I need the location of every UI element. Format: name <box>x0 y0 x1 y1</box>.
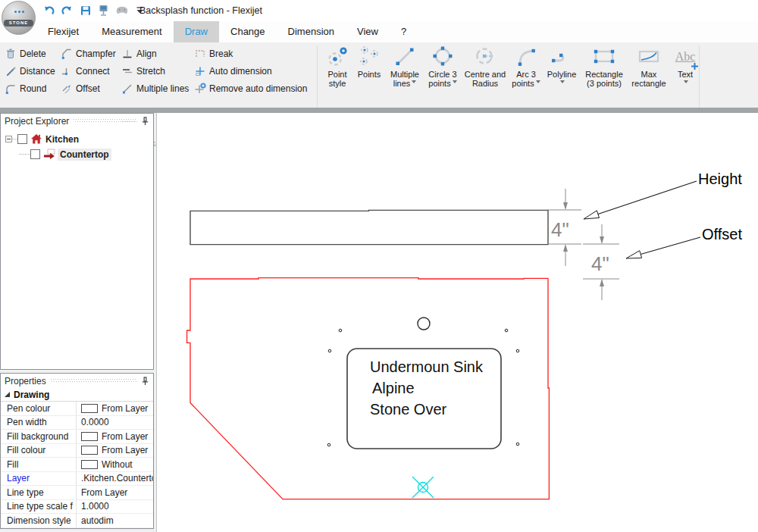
rectangle-3-points-icon <box>591 45 617 68</box>
faucet-hole[interactable] <box>418 318 430 330</box>
distance-button[interactable]: Distance <box>5 62 61 80</box>
tab-change[interactable]: Change <box>219 21 277 42</box>
button-label: Arc 3 <box>516 70 536 79</box>
button-label: Round <box>20 83 46 94</box>
height-leader[interactable] <box>584 181 697 219</box>
multiple-lines-button[interactable]: Multiplelines <box>385 44 424 88</box>
dropdown-arrow-icon <box>560 80 565 86</box>
section-expanded-icon <box>5 392 10 397</box>
collapse-expander-icon[interactable] <box>5 136 12 142</box>
max-rectangle-button[interactable]: Maxrectangle <box>628 44 670 88</box>
remove-auto-dimension-button[interactable]: Remove auto dimension <box>194 80 321 97</box>
controller-button[interactable] <box>114 3 129 17</box>
tab-draw[interactable]: Draw <box>174 21 219 42</box>
property-label: Dimension style <box>1 514 77 527</box>
button-label: Polyline <box>547 70 577 79</box>
property-value[interactable]: From Layer <box>102 445 148 455</box>
dropdown-arrow-icon <box>684 80 688 86</box>
delete-button[interactable]: Delete <box>5 45 61 62</box>
station-marker[interactable] <box>412 477 434 498</box>
ribbon-bottom-strip <box>0 108 758 113</box>
sink-label-line2[interactable]: Alpine <box>372 380 415 396</box>
undo-button[interactable] <box>42 3 56 17</box>
arc-3-points-icon <box>515 45 537 68</box>
auto-dimension-button[interactable]: Auto dimension <box>194 62 321 80</box>
height-dimension-value[interactable]: 4" <box>551 218 569 241</box>
property-value[interactable]: autodim <box>81 515 114 526</box>
stretch-button[interactable]: Stretch <box>121 62 194 80</box>
champfer-button[interactable]: Champfer <box>61 45 121 62</box>
button-label: Radius <box>472 79 498 88</box>
properties-section-drawing[interactable]: Drawing <box>1 388 153 402</box>
tree-item-countertop[interactable]: Countertop <box>19 147 153 161</box>
height-annotation[interactable]: Height <box>698 171 742 187</box>
pin-icon[interactable] <box>141 117 149 126</box>
point-style-button[interactable]: Pointstyle <box>321 44 353 88</box>
section-label: Drawing <box>14 390 49 400</box>
measure-device-icon <box>97 4 110 17</box>
text-button[interactable]: Abc Text <box>670 44 700 88</box>
button-label: Connect <box>76 66 110 77</box>
app-logo-button[interactable]: STONE <box>2 1 36 35</box>
break-button[interactable]: Break <box>194 45 321 62</box>
sink-label-line3[interactable]: Stone Over <box>370 401 447 418</box>
circle-3-points-button[interactable]: Circle 3points <box>424 44 461 88</box>
round-button[interactable]: Round <box>5 80 61 97</box>
redo-button[interactable] <box>60 3 74 17</box>
button-label: Text <box>678 70 693 79</box>
property-value[interactable]: From Layer <box>102 403 148 414</box>
offset-leader[interactable] <box>626 237 700 258</box>
color-swatch[interactable] <box>81 460 98 469</box>
sink-label-line1[interactable]: Undermoun Sink <box>370 358 484 375</box>
property-row-pen-colour: Pen colour From Layer <box>1 402 153 416</box>
export-device-button[interactable] <box>96 3 111 17</box>
pin-icon[interactable] <box>141 377 149 386</box>
tree-item-label[interactable]: Kitchen <box>45 134 79 145</box>
property-row-dimension-style: Dimension style autodim <box>1 514 153 528</box>
points-button[interactable]: Points <box>353 44 385 79</box>
multiple-lines-quick-button[interactable]: Multiple lines <box>121 80 194 97</box>
tab-help[interactable]: ? <box>390 21 418 42</box>
centre-and-radius-button[interactable]: Centre andRadius <box>461 44 509 88</box>
align-button[interactable]: Align <box>121 45 194 62</box>
header-filler <box>74 119 136 123</box>
color-swatch[interactable] <box>81 446 98 455</box>
countertop-checkbox[interactable] <box>30 149 40 159</box>
drawing-canvas[interactable]: 4" 4" Undermoun Sink Alpine Stone O <box>156 113 758 532</box>
tab-dimension[interactable]: Dimension <box>277 21 346 42</box>
backsplash-outline[interactable] <box>190 210 548 244</box>
circle-3-points-icon <box>431 45 454 68</box>
offset-annotation[interactable]: Offset <box>702 226 742 243</box>
tab-view[interactable]: View <box>346 21 390 42</box>
color-swatch[interactable] <box>81 404 98 413</box>
property-value[interactable]: 1.0000 <box>81 501 109 512</box>
property-value[interactable]: .Kitchen.Counterto <box>81 473 153 483</box>
offset-button[interactable]: Offset <box>61 80 121 97</box>
house-icon <box>30 133 42 145</box>
save-button[interactable] <box>78 3 92 17</box>
offset-dimension-value[interactable]: 4" <box>591 252 609 275</box>
tree-item-label[interactable]: Countertop <box>58 149 111 161</box>
property-value[interactable]: Without <box>102 459 133 470</box>
property-value[interactable]: From Layer <box>81 487 127 498</box>
connect-button[interactable]: Connect <box>61 62 121 80</box>
drawing-svg: 4" 4" Undermoun Sink Alpine Stone O <box>157 113 758 532</box>
property-value[interactable]: From Layer <box>102 431 148 442</box>
polyline-button[interactable]: Polyline <box>543 44 581 88</box>
kitchen-checkbox[interactable] <box>17 134 27 144</box>
property-label: Fill colour <box>1 444 77 458</box>
project-explorer-header: Project Explorer <box>1 114 153 128</box>
rectangle-3-points-button[interactable]: Rectangle(3 points) <box>581 44 628 88</box>
dropdown-arrow-icon <box>536 80 540 86</box>
property-label-link[interactable]: Layer <box>1 472 77 486</box>
redo-icon <box>61 5 74 17</box>
tree-item-kitchen[interactable]: Kitchen <box>5 132 153 146</box>
connect-icon <box>61 65 73 77</box>
property-value[interactable]: 0.0000 <box>81 417 109 427</box>
button-label: Delete <box>20 49 46 59</box>
arc-3-points-button[interactable]: Arc 3points <box>509 44 543 88</box>
color-swatch[interactable] <box>81 432 98 441</box>
tab-measurement[interactable]: Measurement <box>90 21 173 42</box>
tab-flexijet[interactable]: Flexijet <box>36 21 90 42</box>
button-label: Offset <box>76 83 100 94</box>
